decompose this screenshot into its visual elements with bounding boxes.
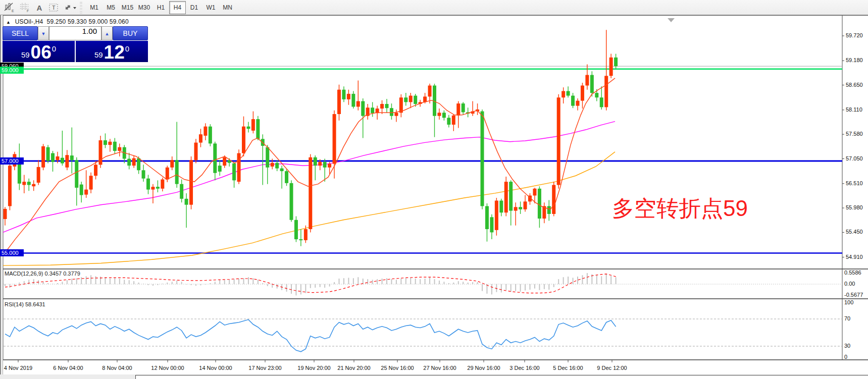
candle-body bbox=[256, 119, 260, 139]
mt4-terminal: E F A T M bbox=[0, 0, 868, 379]
candle-body bbox=[46, 147, 50, 161]
price-axis-label: 57.580 bbox=[846, 131, 863, 137]
sell-button[interactable]: SELL bbox=[3, 26, 38, 40]
candle-body bbox=[271, 163, 274, 167]
rsi-label: RSI(14) 58.6431 bbox=[5, 301, 45, 307]
collapse-panel-icon[interactable]: ▲ bbox=[6, 20, 11, 25]
buy-price-display[interactable]: 59 12 0 bbox=[76, 41, 148, 62]
candle-body bbox=[56, 156, 59, 160]
candle-body bbox=[404, 97, 407, 102]
candle-body bbox=[347, 94, 350, 99]
price-axis-label: 58.650 bbox=[846, 82, 863, 88]
volume-decrease-button[interactable]: ▼ bbox=[38, 26, 49, 40]
candle-body bbox=[213, 143, 217, 173]
candle-body bbox=[80, 185, 83, 195]
candle-body bbox=[557, 97, 560, 185]
price-axis-label: 55.450 bbox=[846, 229, 863, 235]
candle-body bbox=[456, 103, 460, 116]
rsi-axis-label: 100 bbox=[844, 299, 853, 305]
candle-body bbox=[337, 90, 341, 114]
candle-body bbox=[590, 75, 594, 93]
candle-body bbox=[576, 101, 580, 106]
rsi-line bbox=[5, 319, 616, 351]
candle-body bbox=[180, 184, 183, 199]
candle-body bbox=[94, 165, 97, 176]
symbol-ohlc-values: 59.250 59.330 59.000 59.060 bbox=[47, 18, 129, 25]
sell-price-point: 0 bbox=[52, 44, 56, 53]
price-axis-label: 55.980 bbox=[846, 204, 863, 210]
candle-body bbox=[351, 94, 355, 107]
candle-body bbox=[89, 176, 93, 189]
time-axis-label: 4 Nov 2019 bbox=[4, 365, 32, 371]
chart-text-annotation: 多空转折点59 bbox=[612, 194, 748, 224]
time-axis-label: 14 Nov 00:00 bbox=[199, 365, 232, 371]
candle-body bbox=[299, 239, 302, 240]
rsi-axis-label: 70 bbox=[844, 315, 850, 321]
candle-body bbox=[394, 113, 398, 116]
buy-price-point: 0 bbox=[125, 44, 129, 53]
candle-body bbox=[495, 200, 498, 230]
symbol-name: USOil-,H4 bbox=[15, 18, 43, 25]
candle-body bbox=[380, 104, 384, 109]
candle-body bbox=[447, 118, 450, 125]
docked-panel-edge bbox=[135, 375, 868, 379]
macd-signal-line bbox=[5, 274, 616, 293]
candle-body bbox=[585, 75, 589, 86]
macd-label: MACD(12,26,9) 0.3457 0.3779 bbox=[5, 270, 80, 277]
chart-shift-marker[interactable] bbox=[668, 18, 675, 22]
candle-body bbox=[132, 158, 136, 166]
candle-body bbox=[203, 127, 207, 136]
candle-body bbox=[428, 85, 432, 96]
candle-body bbox=[437, 113, 441, 116]
price-axis-label: 57.050 bbox=[846, 155, 863, 161]
candle-body bbox=[175, 160, 179, 184]
candle-body bbox=[485, 206, 489, 229]
candle-body bbox=[113, 142, 117, 151]
candle-body bbox=[462, 103, 465, 112]
candle-body bbox=[65, 155, 69, 168]
price-badge: 55.000 bbox=[0, 249, 24, 256]
candle-body bbox=[552, 185, 555, 213]
candle-body bbox=[199, 134, 202, 142]
rsi-axis-label: 30 bbox=[844, 343, 850, 349]
candle-body bbox=[452, 116, 455, 125]
candle-body bbox=[499, 200, 503, 212]
price-axis-label: 58.110 bbox=[846, 106, 862, 113]
candle-body bbox=[571, 96, 575, 106]
candle-body bbox=[166, 168, 169, 180]
time-axis-label: 21 Nov 20:00 bbox=[337, 365, 370, 371]
price-axis-label: 59.180 bbox=[846, 57, 863, 63]
candle-body bbox=[75, 160, 78, 188]
candle-body bbox=[237, 153, 241, 182]
price-axis-label: 54.910 bbox=[846, 254, 863, 260]
volume-input[interactable]: 1.00 bbox=[49, 26, 101, 40]
buy-price-prefix: 59 bbox=[94, 50, 103, 59]
candle-body bbox=[22, 182, 26, 185]
candle-body bbox=[481, 112, 484, 206]
candle-body bbox=[490, 217, 493, 232]
candle-body bbox=[323, 162, 327, 168]
candle-body bbox=[285, 171, 288, 183]
candle-body bbox=[280, 169, 284, 171]
sell-price-display[interactable]: 59 06 0 bbox=[3, 41, 75, 62]
time-axis-label: 9 Dec 12:00 bbox=[597, 365, 627, 371]
volume-increase-button[interactable]: ▲ bbox=[101, 26, 113, 40]
time-axis-label: 25 Nov 16:00 bbox=[381, 365, 414, 371]
candle-body bbox=[242, 127, 245, 153]
candle-body bbox=[4, 209, 7, 219]
time-axis-label: 3 Dec 16:00 bbox=[509, 365, 539, 371]
candle-body bbox=[27, 182, 31, 185]
time-axis-label: 27 Nov 16:00 bbox=[423, 365, 456, 371]
candle-body bbox=[189, 160, 193, 204]
candle-body bbox=[514, 207, 518, 210]
buy-button[interactable]: BUY bbox=[113, 26, 148, 40]
time-axis-label: 12 Nov 00:00 bbox=[151, 365, 184, 371]
price-badge: 57.000 bbox=[0, 157, 24, 165]
buy-price-pips: 12 bbox=[104, 44, 125, 61]
symbol-ohlc-line: ▲ USOil-,H4 59.250 59.330 59.000 59.060 bbox=[6, 18, 129, 25]
candle-body bbox=[84, 190, 88, 195]
candle-body bbox=[61, 158, 64, 164]
sell-price-pips: 06 bbox=[31, 44, 52, 61]
candle-body bbox=[8, 166, 12, 206]
macd-axis-label: -0.5677 bbox=[844, 292, 863, 298]
